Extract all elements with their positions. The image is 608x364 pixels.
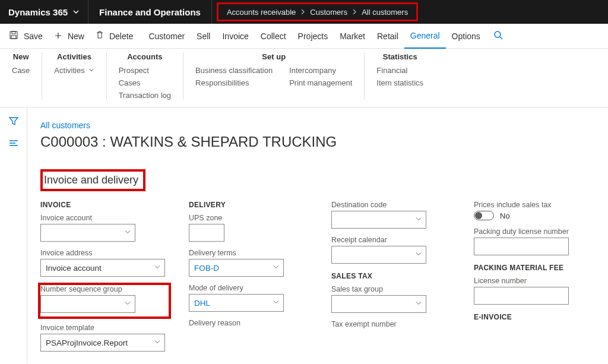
breadcrumb-item[interactable]: Customers (310, 8, 347, 17)
related-info-button[interactable] (8, 139, 19, 149)
chevron-down-icon (415, 300, 422, 309)
receipt-calendar-combo[interactable] (331, 246, 426, 264)
ribbon-item-print-management[interactable]: Print management (289, 78, 352, 87)
label-sales-tax-group: Sales tax group (331, 285, 450, 293)
breadcrumb-item[interactable]: Accounts receivable (227, 8, 296, 17)
license-number-input[interactable] (474, 287, 569, 305)
group-label-sales-tax: SALES TAX (331, 272, 450, 280)
ribbon-item-financial[interactable]: Financial (376, 66, 423, 75)
chevron-down-icon (72, 7, 80, 17)
column-delivery: DELIVERY UPS zone Delivery terms FOB-D M… (189, 201, 308, 359)
mode-of-delivery-combo[interactable]: DHL (189, 294, 284, 312)
ribbon-item-business-classification[interactable]: Business classification (195, 66, 273, 75)
trash-icon (96, 31, 106, 41)
chevron-right-icon (352, 8, 357, 17)
prices-include-sales-tax-toggle[interactable] (474, 211, 494, 220)
delete-button[interactable]: Delete (90, 24, 139, 49)
destination-code-combo[interactable] (331, 211, 426, 229)
chevron-down-icon (415, 251, 422, 259)
tab-collect[interactable]: Collect (255, 24, 292, 49)
group-label-invoice: INVOICE (40, 201, 165, 209)
save-icon (10, 31, 21, 41)
ribbon-item-responsibilities[interactable]: Responsibilities (195, 78, 273, 87)
ribbon-item-cases[interactable]: Cases (119, 78, 171, 87)
invoice-account-combo[interactable] (40, 224, 135, 242)
toggle-value: No (500, 211, 510, 220)
column-right: Prices include sales tax No Packing duty… (474, 201, 593, 359)
delivery-terms-combo[interactable]: FOB-D (189, 259, 284, 277)
label-prices-include-sales-tax: Prices include sales tax (474, 201, 593, 209)
group-label-delivery: DELIVERY (189, 201, 308, 209)
invoice-template-combo[interactable]: PSAProjInvoice.Report (40, 334, 165, 352)
label-ups-zone: UPS zone (189, 214, 308, 222)
chevron-down-icon (88, 66, 94, 75)
ribbon-item-intercompany[interactable]: Intercompany (289, 66, 352, 75)
highlight-number-sequence: Number sequence group (38, 283, 171, 319)
label-invoice-account: Invoice account (40, 214, 165, 222)
ribbon-item-transaction-log[interactable]: Transaction log (119, 91, 171, 100)
svg-rect-1 (12, 31, 15, 34)
ribbon-item-item-statistics[interactable]: Item statistics (376, 78, 423, 87)
label-mode-of-delivery: Mode of delivery (189, 284, 308, 292)
brand-label: Dynamics 365 (8, 7, 68, 17)
tab-projects[interactable]: Projects (292, 24, 334, 49)
tab-retail[interactable]: Retail (371, 24, 404, 49)
column-invoice: INVOICE Invoice account Invoice address … (40, 201, 165, 359)
filter-button[interactable] (8, 116, 19, 128)
ribbon-group-statistics: Statistics Financial Item statistics (365, 52, 435, 100)
content: All customers C000003 : WATKINS & SHEPAR… (27, 107, 608, 363)
chevron-down-icon (273, 264, 280, 273)
brand-switcher[interactable]: Dynamics 365 (0, 0, 88, 24)
chevron-down-icon (154, 338, 161, 347)
label-receipt-calendar: Receipt calendar (331, 236, 450, 244)
sales-tax-group-combo[interactable] (331, 295, 426, 313)
chevron-down-icon (415, 216, 422, 224)
chevron-down-icon (124, 300, 131, 309)
tab-invoice[interactable]: Invoice (216, 24, 254, 49)
svg-rect-2 (11, 36, 16, 39)
label-delivery-reason: Delivery reason (189, 319, 308, 327)
column-misc: Destination code Receipt calendar SALES … (331, 201, 450, 359)
label-number-sequence-group: Number sequence group (40, 285, 165, 293)
chevron-right-icon (300, 8, 305, 17)
packing-duty-license-input[interactable] (474, 238, 569, 255)
breadcrumb-item[interactable]: All customers (362, 8, 408, 17)
number-sequence-group-combo[interactable] (40, 295, 135, 313)
left-rail (0, 107, 27, 363)
breadcrumb: Accounts receivable Customers All custom… (217, 2, 418, 21)
save-button[interactable]: Save (4, 24, 49, 49)
list-link[interactable]: All customers (40, 121, 597, 130)
section-invoice-and-delivery[interactable]: Invoice and delivery (40, 169, 145, 191)
ribbon-group-setup: Set up Business classification Responsib… (183, 52, 365, 100)
label-tax-exempt-number: Tax exempt number (331, 320, 450, 328)
ribbon-group-accounts: Accounts Prospect Cases Transaction log (107, 52, 183, 100)
label-license-number: License number (474, 277, 593, 285)
invoice-address-combo[interactable]: Invoice account (40, 259, 165, 277)
chevron-down-icon (124, 229, 131, 238)
svg-point-3 (495, 31, 501, 37)
ups-zone-input[interactable] (189, 224, 224, 242)
module-title: Finance and Operations (88, 0, 212, 24)
search-button[interactable] (486, 30, 510, 42)
ribbon-item-case[interactable]: Case (12, 66, 30, 75)
tab-sell[interactable]: Sell (191, 24, 216, 49)
plus-icon (55, 31, 65, 41)
tab-general[interactable]: General (404, 24, 446, 49)
body: All customers C000003 : WATKINS & SHEPAR… (0, 107, 608, 363)
label-packing-duty-license-number: Packing duty license number (474, 227, 593, 236)
ribbon-group-activities: Activities Activities (42, 52, 106, 100)
ribbon-group-new: New Case (0, 52, 42, 100)
form-grid: INVOICE Invoice account Invoice address … (40, 201, 597, 359)
tab-market[interactable]: Market (334, 24, 371, 49)
ribbon-item-activities[interactable]: Activities (54, 66, 94, 75)
label-invoice-template: Invoice template (40, 324, 165, 332)
tab-options[interactable]: Options (446, 24, 486, 49)
ribbon-item-prospect[interactable]: Prospect (119, 66, 171, 75)
new-button[interactable]: New (49, 24, 90, 49)
group-label-e-invoice: E-INVOICE (474, 313, 593, 321)
label-delivery-terms: Delivery terms (189, 249, 308, 257)
tab-customer[interactable]: Customer (142, 24, 191, 49)
label-destination-code: Destination code (331, 201, 450, 209)
group-label-packing-material-fee: PACKING MATERIAL FEE (474, 264, 593, 272)
label-invoice-address: Invoice address (40, 249, 165, 257)
